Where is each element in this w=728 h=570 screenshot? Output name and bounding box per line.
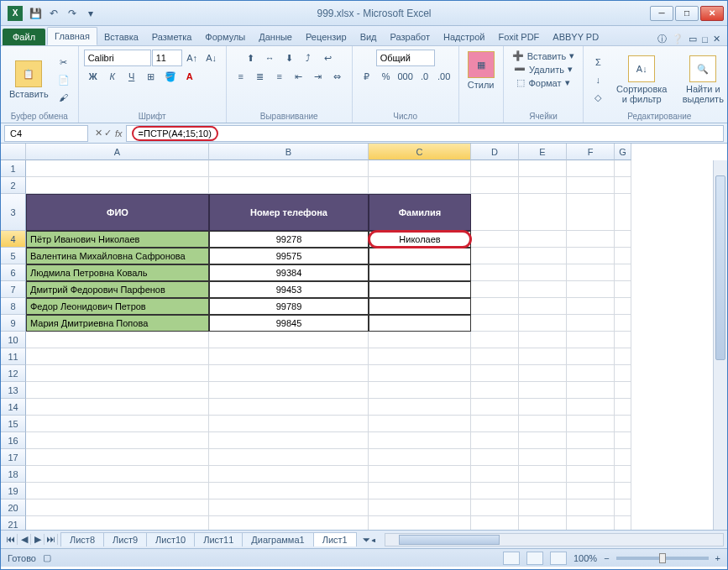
cell[interactable] [615, 399, 631, 416]
cell[interactable] [615, 315, 631, 332]
sheet-nav-prev-icon[interactable]: ◀ [18, 534, 31, 545]
cell[interactable] [471, 315, 519, 332]
row-header[interactable]: 12 [1, 365, 26, 382]
cell[interactable] [567, 348, 615, 365]
cell[interactable] [369, 499, 471, 516]
cell[interactable] [209, 449, 369, 466]
underline-icon[interactable]: Ч [123, 68, 141, 85]
wrap-text-icon[interactable]: ↩ [318, 50, 337, 66]
tab-insert[interactable]: Вставка [97, 29, 145, 45]
cell[interactable] [26, 499, 209, 516]
row-header[interactable]: 15 [1, 416, 26, 432]
cell[interactable] [369, 160, 471, 177]
cell[interactable] [369, 177, 471, 194]
spreadsheet-grid[interactable]: A B C D E F G 1 2 3 ФИО Номер телефона Ф… [1, 144, 727, 530]
col-header-f[interactable]: F [567, 144, 615, 160]
cell[interactable] [519, 516, 567, 530]
view-pagelayout-icon[interactable] [526, 552, 543, 565]
cell[interactable] [615, 264, 631, 281]
cell[interactable] [471, 231, 519, 248]
cell[interactable] [209, 160, 369, 177]
col-header-b[interactable]: B [209, 144, 369, 160]
percent-icon[interactable]: % [377, 68, 395, 85]
cell[interactable] [471, 499, 519, 516]
cell[interactable] [209, 499, 369, 516]
table-header-phone[interactable]: Номер телефона [209, 194, 369, 231]
cell-surname[interactable] [369, 298, 471, 315]
cell[interactable] [26, 160, 209, 177]
cell[interactable] [209, 399, 369, 416]
cell-surname[interactable] [369, 315, 471, 332]
sheet-tab[interactable]: Лист9 [103, 532, 147, 546]
cell[interactable] [567, 298, 615, 315]
cell[interactable] [26, 483, 209, 499]
cell[interactable] [369, 466, 471, 483]
cell[interactable] [209, 432, 369, 449]
row-header[interactable]: 11 [1, 348, 26, 365]
font-color-icon[interactable]: A [181, 68, 199, 85]
row-header[interactable]: 5 [1, 248, 26, 264]
cell[interactable] [519, 483, 567, 499]
cell[interactable] [615, 382, 631, 399]
cell[interactable] [471, 516, 519, 530]
cell[interactable] [567, 499, 615, 516]
cell[interactable] [26, 348, 209, 365]
orientation-icon[interactable]: ⤴ [299, 50, 317, 66]
row-header[interactable]: 21 [1, 516, 26, 530]
tab-home[interactable]: Главная [47, 27, 97, 45]
ribbon-minimize-icon[interactable]: ⓘ [657, 33, 667, 45]
shrink-font-icon[interactable]: A↓ [202, 50, 221, 66]
cell[interactable] [519, 432, 567, 449]
cell[interactable] [615, 348, 631, 365]
cell[interactable] [26, 516, 209, 530]
cell[interactable] [26, 432, 209, 449]
cell[interactable] [615, 332, 631, 348]
cell[interactable] [615, 449, 631, 466]
cell[interactable] [26, 416, 209, 432]
tab-data[interactable]: Данные [252, 29, 299, 45]
cell-phone[interactable]: 99575 [209, 248, 369, 264]
sheet-tab[interactable]: Лист8 [60, 532, 104, 546]
select-all-corner[interactable] [1, 144, 26, 160]
row-header[interactable]: 19 [1, 483, 26, 499]
cell[interactable] [567, 399, 615, 416]
cell[interactable] [567, 231, 615, 248]
cell[interactable] [369, 432, 471, 449]
cell[interactable] [567, 160, 615, 177]
cell[interactable] [519, 466, 567, 483]
cell[interactable] [369, 449, 471, 466]
fill-icon[interactable]: ↓ [589, 71, 607, 88]
cell-phone[interactable]: 99845 [209, 315, 369, 332]
cell-fio[interactable]: Федор Леонидович Петров [26, 298, 209, 315]
table-header-surname[interactable]: Фамилия [369, 194, 471, 231]
view-pagebreak-icon[interactable] [550, 552, 567, 565]
cell[interactable] [567, 516, 615, 530]
cell[interactable] [519, 298, 567, 315]
cell[interactable] [519, 348, 567, 365]
tab-view[interactable]: Вид [354, 29, 384, 45]
cell[interactable] [471, 194, 519, 231]
cell[interactable] [26, 365, 209, 382]
cell[interactable] [519, 449, 567, 466]
cell[interactable] [471, 298, 519, 315]
cell[interactable] [615, 194, 631, 231]
fx-icon[interactable]: fx [115, 128, 123, 139]
align-right-icon[interactable]: ≡ [270, 68, 289, 85]
cell[interactable] [519, 332, 567, 348]
col-header-c[interactable]: C [369, 144, 471, 160]
doc-restore-icon[interactable]: □ [702, 34, 708, 44]
autosum-icon[interactable]: Σ [589, 54, 607, 71]
cell[interactable] [567, 332, 615, 348]
row-header[interactable]: 3 [1, 194, 26, 231]
indent-right-icon[interactable]: ⇥ [309, 68, 327, 85]
doc-minimize-icon[interactable]: ▭ [689, 34, 697, 44]
cell[interactable] [471, 382, 519, 399]
table-header-fio[interactable]: ФИО [26, 194, 209, 231]
cell[interactable] [567, 432, 615, 449]
doc-close-icon[interactable]: ✕ [713, 34, 720, 44]
cell[interactable] [615, 298, 631, 315]
tab-addins[interactable]: Надстрой [437, 29, 491, 45]
cell[interactable] [471, 449, 519, 466]
paste-button[interactable]: 📋 Вставить [6, 59, 52, 101]
cell[interactable] [519, 416, 567, 432]
